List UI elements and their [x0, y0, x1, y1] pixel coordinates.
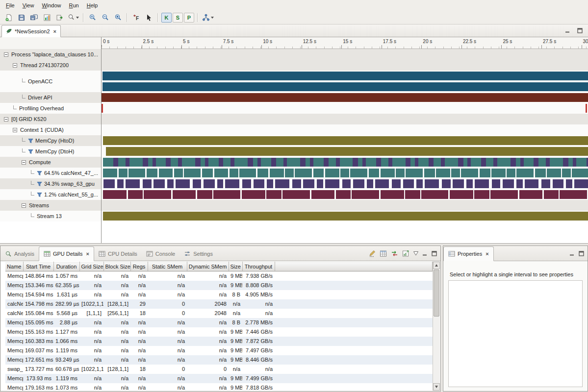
timeline-bar-segment[interactable] — [546, 158, 550, 167]
column-header-size[interactable]: Size — [229, 262, 242, 271]
timeline-bar-segment[interactable] — [197, 190, 212, 199]
timeline-bar-segment[interactable] — [350, 169, 367, 177]
timeline-bar-segment[interactable] — [586, 104, 587, 113]
timeline-bar-segment[interactable] — [392, 158, 406, 167]
timeline-bar-segment[interactable] — [466, 179, 473, 188]
timeline-bar-segment[interactable] — [182, 158, 195, 167]
timeline-bar-segment[interactable] — [102, 82, 588, 91]
zoom-fit-button[interactable] — [112, 12, 124, 23]
timeline-row-label[interactable]: OpenACC — [0, 71, 102, 92]
timeline-bar-segment[interactable] — [451, 169, 460, 177]
goto-marker-button[interactable]: F — [130, 12, 142, 23]
timeline-bar-segment[interactable] — [560, 190, 587, 199]
scrollbar-thumb[interactable] — [434, 270, 439, 317]
timeline-bar-segment[interactable] — [490, 190, 518, 199]
timeline-bar-segment[interactable] — [143, 179, 152, 188]
timeline-row-label[interactable]: 34.3% swap_63_gpu — [0, 178, 102, 189]
view-menu-button[interactable] — [413, 251, 418, 256]
toggle-s-button[interactable]: S — [173, 13, 183, 23]
timeline-bar-segment[interactable] — [358, 158, 362, 167]
timeline-bar-segment[interactable] — [406, 158, 411, 167]
column-header-throughput[interactable]: Throughput — [242, 262, 275, 271]
tab-console[interactable]: Console — [142, 246, 179, 261]
timeline-bar-segment[interactable] — [553, 179, 564, 188]
timeline-bar-segment[interactable] — [313, 169, 324, 177]
timeline-bar-segment[interactable] — [106, 147, 588, 156]
timeline-bar-segment[interactable] — [223, 158, 230, 167]
timeline-bar-segment[interactable] — [153, 179, 165, 188]
column-header-regs[interactable]: Regs — [130, 262, 148, 271]
timeline-bar-segment[interactable] — [511, 158, 516, 167]
timeline-bar-segment[interactable] — [381, 190, 404, 199]
timeline-row-label[interactable]: Thread 2741307200 — [0, 60, 102, 71]
tab-close-icon[interactable]: × — [86, 251, 89, 257]
tab-cpu-details[interactable]: CPU Details — [94, 246, 142, 261]
timeline-bar-segment[interactable] — [453, 179, 464, 188]
toggle-k-button[interactable]: K — [161, 13, 172, 23]
timeline-bar-segment[interactable] — [367, 179, 373, 188]
timeline-bar-segment[interactable] — [213, 190, 241, 199]
timeline-bar-segment[interactable] — [340, 169, 349, 177]
column-header-grid-size[interactable]: Grid Size — [79, 262, 103, 271]
timeline-bar-segment[interactable] — [520, 158, 524, 167]
table-row[interactable]: calcNext155.084 ms5.568 µs[1,1,1][256,1,… — [5, 309, 433, 318]
timeline-bar-segment[interactable] — [257, 158, 261, 167]
timeline-bar-segment[interactable] — [516, 179, 523, 188]
timeline-bar-segment[interactable] — [147, 169, 157, 177]
timeline-bar-segment[interactable] — [129, 158, 143, 167]
timeline-bar-segment[interactable] — [429, 158, 434, 167]
table-row[interactable]: calcNext154.798 ms282.99 µs[1022,1,1][12… — [5, 299, 433, 309]
timeline-row-track[interactable] — [102, 114, 588, 124]
timeline-bar-segment[interactable] — [336, 190, 351, 199]
timeline-row-track[interactable] — [102, 146, 588, 157]
timeline-bar-segment[interactable] — [254, 179, 265, 188]
timeline-bar-segment[interactable] — [275, 179, 289, 188]
timeline-bar-segment[interactable] — [325, 169, 339, 177]
timeline-bar-segment[interactable] — [257, 169, 268, 177]
timeline-bar-segment[interactable] — [126, 158, 129, 167]
timeline-bar-segment[interactable] — [497, 158, 511, 167]
timeline-bar-segment[interactable] — [253, 158, 257, 167]
timeline-bar-segment[interactable] — [195, 158, 201, 167]
timeline-bar-segment[interactable] — [317, 179, 323, 188]
timeline-bar-segment[interactable] — [524, 158, 534, 167]
timeline-bar-segment[interactable] — [174, 169, 183, 177]
timeline-bar-segment[interactable] — [102, 72, 588, 80]
timeline-bar-segment[interactable] — [563, 158, 568, 167]
timeline-bar-segment[interactable] — [119, 169, 128, 177]
timeline-row-track[interactable] — [102, 157, 588, 168]
timeline-bar-segment[interactable] — [329, 158, 336, 167]
timeline-bar-segment[interactable] — [562, 169, 571, 177]
timeline-bar-segment[interactable] — [266, 190, 281, 199]
table-row[interactable]: Memcpy172.651 ms93.249 µsn/an/an/an/an/a… — [5, 355, 433, 365]
collapse-icon[interactable] — [13, 128, 17, 132]
timeline-bar-segment[interactable] — [276, 158, 283, 167]
timeline-bar-segment[interactable] — [214, 169, 229, 177]
timeline-bar-segment[interactable] — [587, 158, 588, 167]
menu-item-run[interactable]: Run — [65, 1, 83, 10]
timeline-bar-segment[interactable] — [574, 179, 588, 188]
timeline-row-label[interactable]: [0] GRID K520 — [0, 114, 102, 124]
timeline-bar-segment[interactable] — [416, 179, 423, 188]
timeline-bar-segment[interactable] — [128, 190, 143, 199]
timeline-bar-segment[interactable] — [406, 169, 423, 177]
timeline-bar-segment[interactable] — [434, 158, 441, 167]
timeline-bar-segment[interactable] — [392, 179, 401, 188]
timeline-row-label[interactable]: Streams — [0, 200, 102, 211]
timeline-bar-segment[interactable] — [538, 158, 546, 167]
collapse-icon[interactable] — [4, 52, 8, 57]
timeline-bar-segment[interactable] — [353, 158, 358, 167]
timeline-bar-segment[interactable] — [461, 169, 478, 177]
timeline-bar-segment[interactable] — [285, 169, 294, 177]
timeline-bar-segment[interactable] — [369, 169, 380, 177]
ruler-track[interactable]: 0 s2.5 s5 s7.5 s10 s12.5 s15 s17.5 s20 s… — [102, 37, 588, 49]
timeline-bar-segment[interactable] — [208, 158, 219, 167]
timeline-bar-segment[interactable] — [283, 158, 287, 167]
timeline-bar-segment[interactable] — [492, 179, 501, 188]
timeline-row-track[interactable] — [102, 60, 588, 71]
timeline-bar-segment[interactable] — [113, 158, 118, 167]
timeline-bar-segment[interactable] — [491, 169, 506, 177]
timeline-bar-segment[interactable] — [534, 158, 538, 167]
export-csv-button[interactable] — [391, 250, 398, 257]
timeline-row-label[interactable]: Process "laplace_data_clauses 10... — [0, 49, 102, 60]
